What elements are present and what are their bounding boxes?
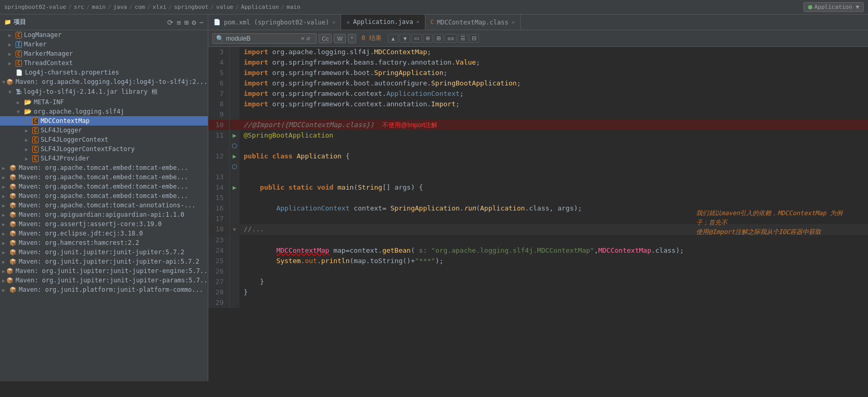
table-row: 24 MDCContextMap map=context.getBean( s:… [208, 245, 868, 256]
sidebar-item-maven-tomcat-annot[interactable]: ▶ 📦 Maven: org.apache.tomcat:tomcat-anno… [0, 201, 208, 210]
sidebar-item-label: MarkerManager [24, 50, 73, 57]
sidebar-item-slf4jloggercontext[interactable]: ▶ C SLF4JLoggerContext [0, 135, 208, 144]
minimize-icon[interactable]: − [199, 18, 204, 27]
search-option3-button[interactable]: ≡≡ [445, 34, 457, 43]
table-row: 3 import org.apache.logging.slf4j.MDCCon… [208, 47, 868, 57]
sidebar-item-slf4jloggercontextfactory[interactable]: ▶ C SLF4JLoggerContextFactory [0, 144, 208, 154]
line-content: import org.apache.logging.slf4j.MDCConte… [240, 47, 868, 57]
tab-mdc-class-close[interactable]: ✕ [511, 19, 514, 25]
line-number: 9 [208, 109, 229, 120]
tabs-bar: 📄 pom.xml (springboot02-value) ✕ ☕ Appli… [208, 15, 868, 30]
search-pin-button[interactable]: ⊕ [423, 34, 433, 43]
sidebar-item-maven-junit-engine[interactable]: ▶ 📦 Maven: org.junit.jupiter:junit-jupit… [0, 266, 208, 276]
line-content: //@Import({MDCContextMap.class}) 不使用@Imp… [240, 120, 868, 130]
sidebar-item-log4j-props[interactable]: ▶ 📄 Log4j-charsets.properties [0, 68, 208, 77]
xml-icon: 📄 [213, 19, 221, 26]
search-prev-button[interactable]: ▲ [388, 34, 399, 43]
sidebar-item-maven-apiguardian[interactable]: ▶ 📦 Maven: org.apiguardian:apiguardian-a… [0, 210, 208, 219]
sidebar-item-maven-eclipse[interactable]: ▶ 📦 Maven: org.eclipse.jdt:ecj:3.18.0 [0, 229, 208, 238]
table-row: 23 [208, 235, 868, 245]
sync-icon[interactable]: ⟳ [167, 18, 173, 27]
line-number: 13 [208, 172, 229, 182]
sidebar-title: 项目 [14, 18, 26, 27]
sidebar-item-label: Maven: org.junit.jupiter:junit-jupiter-a… [19, 258, 199, 265]
sidebar-item-marker[interactable]: ▶ I Marker [0, 40, 208, 49]
line-gutter [229, 120, 240, 130]
sidebar-item-label: Maven: org.apache.tomcat:tomcat-annotati… [19, 202, 196, 209]
search-input[interactable] [226, 35, 299, 42]
sidebar-item-logmanager[interactable]: ▶ C LogManager [0, 30, 208, 40]
sidebar-item-maven-junit-api[interactable]: ▶ 📦 Maven: org.junit.jupiter:junit-jupit… [0, 257, 208, 266]
sidebar-item-slf4jlogger[interactable]: ▶ C SLF4JLogger [0, 126, 208, 135]
sidebar-item-markermanager[interactable]: ▶ C MarkerManager [0, 49, 208, 58]
tab-application-java-close[interactable]: ✕ [417, 19, 420, 24]
tab-pom-close[interactable]: ✕ [332, 19, 335, 25]
line-gutter [229, 287, 240, 297]
search-option2-button[interactable]: ⊞ [434, 34, 444, 43]
sidebar-header: 📁 项目 ⟳ ≡ ⊞ ⚙ − [0, 15, 208, 30]
search-navigation: ▲ ▼ ▭ ⊕ ⊞ ≡≡ ☰ ⊟ [388, 34, 480, 43]
fold-icon[interactable]: ▼ [233, 227, 236, 232]
sidebar-item-log4j-jar[interactable]: ▼ 🗜 log4j-to-slf4j-2.14.1.jar library 根 [0, 86, 208, 97]
line-gutter [229, 68, 240, 78]
sidebar-item-label: Maven: org.apache.tomcat.embed:tomcat-em… [19, 173, 188, 181]
sidebar-item-maven-tomcat1[interactable]: ▶ 📦 Maven: org.apache.tomcat.embed:tomca… [0, 163, 208, 172]
run-arrow-icon[interactable]: ▶ [233, 184, 236, 191]
line-number: 18 [208, 224, 229, 235]
tab-application-java[interactable]: ☕ Application.java ✕ [341, 15, 425, 30]
search-next-button[interactable]: ▼ [399, 34, 410, 43]
tab-mdc-class[interactable]: C MDCContextMap.class ✕ [425, 15, 521, 30]
sidebar-item-meta-inf[interactable]: ▶ 📂 META-INF [0, 97, 208, 107]
sidebar-item-mdccontextmap[interactable]: ▶ C MDCContextMap [0, 116, 208, 126]
sidebar-item-label: Marker [24, 41, 46, 48]
sidebar-item-threadcontext[interactable]: ▶ C ThreadContext [0, 58, 208, 68]
search-word-button[interactable]: W [334, 34, 345, 43]
sidebar-item-maven-tomcat2[interactable]: ▶ 📦 Maven: org.apache.tomcat.embed:tomca… [0, 172, 208, 182]
sidebar-item-maven-assertj[interactable]: ▶ 📦 Maven: org.assertj:assertj-core:3.19… [0, 219, 208, 229]
table-row: 28 } [208, 287, 868, 297]
search-case-sensitive-button[interactable]: Cc [319, 34, 332, 43]
sidebar-item-label: log4j-to-slf4j-2.14.1.jar library 根 [23, 88, 158, 96]
search-input-wrapper[interactable]: 🔍 ✕ ↺ [212, 33, 317, 44]
breadcrumb: springboot02-value / src / main / java /… [4, 4, 300, 10]
expand-all-icon[interactable]: ⊞ [184, 18, 188, 27]
sidebar-item-org-apache-slf4j[interactable]: ▼ 📂 org.apache.logging.slf4j [0, 107, 208, 116]
debug-gutter-icon[interactable]: ⬡ [232, 142, 237, 150]
line-content [240, 266, 868, 277]
project-sidebar[interactable]: 📁 项目 ⟳ ≡ ⊞ ⚙ − ▶ C LogManager ▶ I Marker… [0, 15, 208, 381]
search-history-button[interactable]: ↺ [307, 35, 310, 42]
search-filter-button[interactable]: ⊟ [469, 34, 479, 43]
search-context-button[interactable]: ▭ [411, 34, 422, 43]
sidebar-item-label: Maven: org.apiguardian:apiguardian-api:1… [19, 211, 184, 218]
sidebar-item-maven-hamcrest[interactable]: ▶ 📦 Maven: org.hamcrest:hamcrest:2.2 [0, 238, 208, 247]
breadcrumb-project[interactable]: springboot02-value [4, 4, 66, 10]
sidebar-item-maven-log4j[interactable]: ▼ 📦 Maven: org.apache.logging.log4j:log4… [0, 77, 208, 86]
sidebar-item-maven-tomcat3[interactable]: ▶ 📦 Maven: org.apache.tomcat.embed:tomca… [0, 182, 208, 191]
run-gutter-icon[interactable]: ▶ [233, 132, 236, 139]
sidebar-item-maven-junit-platform[interactable]: ▶ 📦 Maven: org.junit.platform:junit-plat… [0, 285, 208, 294]
code-editor[interactable]: 3 import org.apache.logging.slf4j.MDCCon… [208, 47, 868, 381]
sidebar-item-maven-junit-params[interactable]: ▶ 📦 Maven: org.junit.jupiter:junit-jupit… [0, 276, 208, 285]
search-regex-button[interactable]: * [348, 34, 356, 43]
settings-icon[interactable]: ⚙ [192, 18, 196, 27]
sidebar-item-label: Maven: org.junit.jupiter:junit-jupiter-e… [16, 267, 208, 275]
run-gutter-icon[interactable]: ▶ [233, 153, 236, 160]
sidebar-item-label: Maven: org.apache.tomcat.embed:tomcat-em… [19, 164, 188, 171]
debug-gutter-icon[interactable]: ⬡ [232, 163, 237, 170]
collapse-all-icon[interactable]: ≡ [177, 18, 181, 27]
line-content: import org.springframework.beans.factory… [240, 57, 868, 68]
tab-pom[interactable]: 📄 pom.xml (springboot02-value) ✕ [208, 15, 341, 30]
table-row: 6 import org.springframework.boot.autoco… [208, 78, 868, 89]
run-button[interactable]: Application ▼ [803, 2, 864, 12]
sidebar-item-slf4jprovider[interactable]: ▶ C SLF4JProvider [0, 154, 208, 163]
line-content [240, 172, 868, 182]
line-content: MDCContextMap map=context.getBean( s: "o… [240, 245, 868, 256]
search-option4-button[interactable]: ☰ [458, 34, 468, 43]
search-clear-button[interactable]: ✕ [301, 35, 305, 42]
line-content: import org.springframework.boot.SpringAp… [240, 68, 868, 78]
table-row: 14 ▶ public static void main(String[] ar… [208, 182, 868, 193]
line-gutter [229, 57, 240, 68]
line-gutter [229, 203, 240, 214]
sidebar-item-maven-tomcat4[interactable]: ▶ 📦 Maven: org.apache.tomcat.embed:tomca… [0, 191, 208, 201]
sidebar-item-maven-junit-jupiter[interactable]: ▶ 📦 Maven: org.junit.jupiter:junit-jupit… [0, 247, 208, 257]
